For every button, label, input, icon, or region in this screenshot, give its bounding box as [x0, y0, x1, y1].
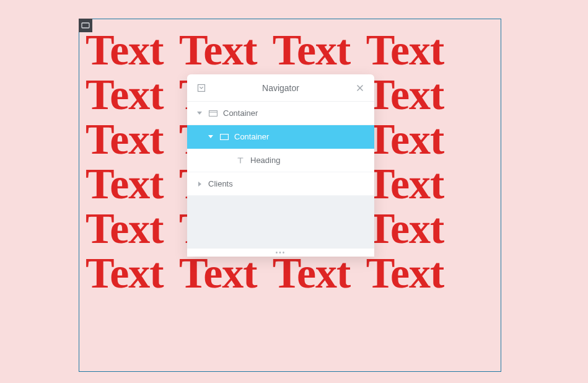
- svg-rect-0: [82, 23, 89, 28]
- close-icon[interactable]: [354, 82, 366, 94]
- svg-rect-2: [209, 110, 217, 116]
- chevron-down-icon[interactable]: [207, 133, 214, 141]
- widget-icon: [81, 22, 90, 29]
- container-icon: [208, 108, 218, 118]
- element-handle[interactable]: [79, 19, 92, 32]
- collapse-icon[interactable]: [196, 82, 207, 94]
- tree-item-heading[interactable]: Heading: [187, 149, 374, 172]
- tree-item-container-root[interactable]: Container: [187, 102, 374, 125]
- chevron-right-icon[interactable]: [196, 180, 203, 188]
- navigator-title: Navigator: [262, 83, 299, 93]
- chevron-down-icon[interactable]: [196, 110, 203, 117]
- svg-rect-4: [221, 134, 229, 139]
- navigator-resize-handle[interactable]: •••: [187, 248, 374, 257]
- svg-rect-1: [198, 84, 205, 91]
- tree-item-label: Heading: [250, 156, 374, 165]
- navigator-tree: Container Container Heading Clients: [187, 102, 374, 196]
- container-icon: [219, 132, 229, 142]
- navigator-empty-area: [187, 196, 374, 248]
- tree-item-clients[interactable]: Clients: [187, 172, 374, 196]
- tree-item-label: Container: [234, 132, 374, 141]
- navigator-header: Navigator: [187, 74, 374, 102]
- tree-item-label: Clients: [208, 179, 374, 188]
- navigator-panel[interactable]: Navigator Container: [187, 74, 374, 257]
- heading-icon: [235, 156, 245, 165]
- tree-item-container-child[interactable]: Container: [187, 125, 374, 149]
- tree-item-label: Container: [223, 108, 374, 118]
